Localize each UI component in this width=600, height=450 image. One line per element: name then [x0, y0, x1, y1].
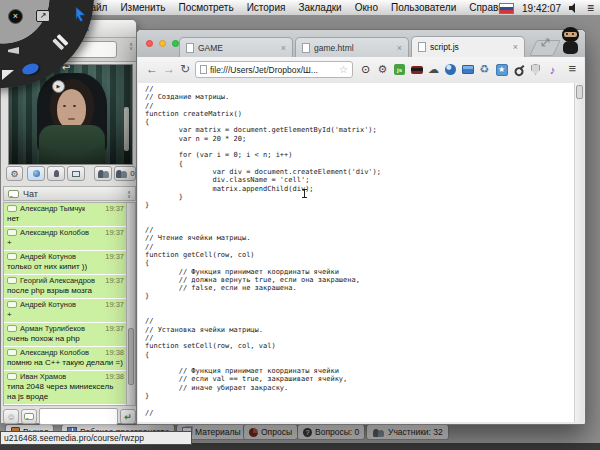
chat-message: Андрей Котунов 19:37 + [4, 299, 127, 322]
media-controls: ⚙ 0 [1, 166, 136, 185]
menu-bar-clock[interactable]: 19:42:07 [522, 3, 561, 14]
javascript-source-code: // // Создание матрицы. // function crea… [145, 85, 381, 417]
emoticon-button[interactable]: ☺ [3, 409, 19, 424]
chat-message-input[interactable] [39, 408, 118, 425]
chat-input-row: ☺ ↵ [3, 408, 136, 425]
bookmark-star-icon[interactable]: ☆ [339, 65, 348, 75]
people-icon [97, 169, 110, 178]
recycle-extension-icon[interactable]: ♻ [478, 63, 491, 76]
text-cursor [302, 189, 307, 198]
collapse-panel-icon[interactable]: ∧∨ [129, 42, 133, 50]
settings-button[interactable]: ⚙ [6, 166, 23, 181]
target-extension-icon[interactable]: ⊙ [359, 63, 372, 76]
forward-button[interactable]: → [163, 62, 175, 76]
chat-collapse-icon[interactable]: ∧∨ [127, 190, 131, 198]
page-scrollbar[interactable] [574, 83, 584, 422]
people-icon [372, 428, 385, 437]
speaker-person-icon [54, 170, 59, 177]
tab-script-js[interactable]: script.js × [411, 36, 525, 57]
mask-extension-icon[interactable] [410, 63, 423, 76]
chat-scrollbar[interactable] [126, 203, 135, 405]
menu-view[interactable]: Посмотреть [179, 2, 234, 13]
cursor-tool-icon[interactable] [74, 6, 88, 22]
message-bubble-icon [7, 373, 17, 380]
close-wheel-button[interactable]: × [8, 9, 23, 24]
chat-header: Чат ∧∨ [3, 186, 136, 201]
js-extension-icon[interactable]: js [393, 63, 406, 76]
close-tab-icon[interactable]: × [281, 44, 286, 52]
menu-users[interactable]: Пользователи [391, 2, 456, 13]
shield-extension-icon[interactable] [529, 63, 542, 76]
cam-viewers-count: 0 [130, 169, 134, 178]
chat-bubble-icon [24, 413, 34, 420]
chat-message: Арман Турлибеков 19:37 очень похож на ph… [4, 323, 127, 346]
page-icon [186, 43, 194, 53]
people-icon [115, 169, 128, 178]
zoom-window-button[interactable] [172, 40, 179, 47]
notification-center-icon[interactable]: ≡ [587, 3, 594, 13]
message-bubble-icon [7, 325, 17, 332]
page-scrollbar-thumb[interactable] [576, 85, 583, 99]
tab-game-html[interactable]: game.html × [295, 37, 409, 57]
share-tool-icon[interactable]: ↗ [36, 10, 50, 22]
close-window-button[interactable] [146, 40, 153, 47]
message-bubble-icon [7, 277, 17, 284]
polls-pie-icon [249, 428, 258, 437]
ninja-mascot-icon [558, 27, 583, 57]
menu-bookmarks[interactable]: Закладки [298, 2, 341, 13]
page-icon [302, 43, 310, 53]
questions-button[interactable]: ? Вопросы: 0 [297, 424, 365, 440]
screen-share-button[interactable] [67, 166, 85, 181]
chat-mode-button[interactable] [21, 409, 37, 424]
music-note-extension-icon[interactable]: ♪ [546, 63, 559, 76]
chat-message: Иван Храмов 19:38 типа 2048 через миниек… [4, 371, 127, 404]
tab-strip: GAME × game.html × script.js × [137, 30, 585, 57]
play-button[interactable]: ▶ [52, 80, 65, 93]
keyboard-layout-flag-icon[interactable] [499, 3, 514, 14]
address-bar[interactable]: file:///Users/Jet/Dropbox/Ш... ☆ [195, 61, 353, 78]
chrome-menu-icon[interactable]: ≡ [568, 61, 576, 76]
browser-toolbar: ← → ↻ file:///Users/Jet/Dropbox/Ш... ☆ ⊙… [138, 57, 584, 84]
send-message-button[interactable]: ↵ [120, 409, 136, 424]
volume-icon[interactable] [569, 3, 579, 13]
chat-header-label: Чат [23, 189, 38, 199]
desktop: Chrome Файл Изменить Посмотреть История … [0, 0, 600, 450]
message-bubble-icon [7, 301, 17, 308]
menu-window[interactable]: Окно [355, 2, 378, 13]
page-content: // // Создание матрицы. // function crea… [138, 83, 584, 422]
gear-extension-icon[interactable]: ⚙ [376, 63, 389, 76]
page-icon [200, 65, 207, 74]
menu-history[interactable]: История [247, 2, 286, 13]
back-button[interactable]: ← [146, 62, 158, 76]
chat-scrollbar-thumb[interactable] [128, 328, 134, 385]
chat-message: Александр Колобов 19:38 помню на C++ так… [4, 347, 127, 370]
smiley-icon: ☺ [6, 412, 15, 422]
reload-button[interactable]: ↻ [180, 62, 190, 76]
message-bubble-icon [7, 205, 17, 212]
polls-button[interactable]: Опросы [243, 424, 298, 440]
triangle-tool-icon[interactable] [2, 70, 14, 80]
cloud-extension-icon[interactable]: ☁ [427, 63, 440, 76]
close-tab-icon[interactable]: × [513, 43, 518, 51]
tab-game[interactable]: GAME × [179, 37, 293, 57]
chat-message: Александр Колобов 19:37 + [4, 227, 127, 250]
ball-extension-icon[interactable] [444, 63, 457, 76]
chat-bubble-icon [8, 190, 19, 198]
menu-edit[interactable]: Изменить [120, 2, 165, 13]
microphone-button[interactable] [47, 166, 65, 181]
folder-extension-icon[interactable] [461, 63, 474, 76]
url-text: file:///Users/Jet/Dropbox/Ш... [210, 65, 336, 75]
key-extension-icon[interactable] [512, 63, 525, 76]
monitor-icon [72, 171, 80, 177]
gear-icon: ⚙ [10, 169, 18, 179]
close-tab-icon[interactable]: × [397, 44, 402, 52]
minimize-window-button[interactable] [159, 40, 166, 47]
undo-icon[interactable]: ↩ [62, 62, 70, 73]
viewers-button[interactable] [94, 166, 112, 181]
star-box-extension-icon[interactable]: ★ [495, 63, 508, 76]
cam-viewers-button[interactable]: 0 [114, 166, 136, 181]
webcam-button[interactable] [27, 166, 45, 181]
webcam-icon [33, 170, 40, 177]
participants-button[interactable]: Участники: 32 [366, 424, 449, 440]
chat-message: Георгий Александров 19:37 после php взры… [4, 275, 127, 298]
